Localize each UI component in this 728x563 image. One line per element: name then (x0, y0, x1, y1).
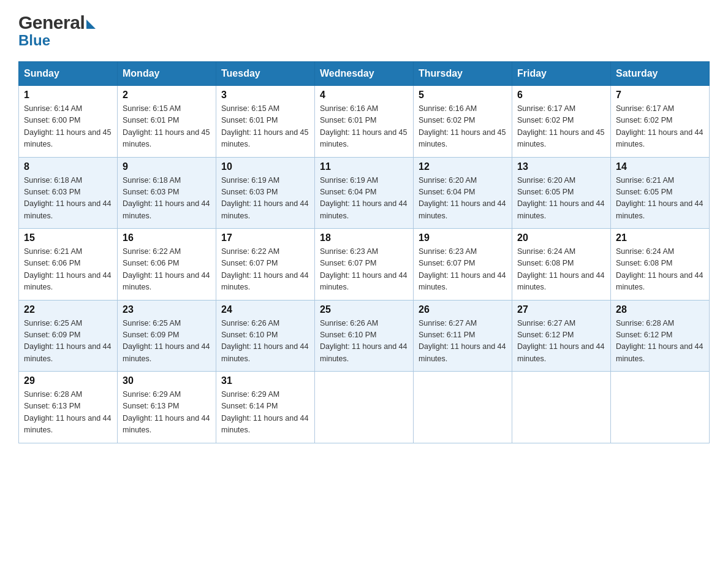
logo-general-text: General (18, 12, 85, 33)
calendar-cell: 18Sunrise: 6:23 AMSunset: 6:07 PMDayligh… (315, 229, 414, 301)
day-number: 29 (24, 375, 112, 386)
day-number: 15 (24, 232, 112, 243)
calendar-cell: 2Sunrise: 6:15 AMSunset: 6:01 PMDaylight… (118, 86, 216, 158)
calendar-cell: 23Sunrise: 6:25 AMSunset: 6:09 PMDayligh… (118, 300, 216, 372)
day-number: 30 (123, 375, 211, 386)
day-number: 7 (616, 90, 704, 101)
calendar-cell: 30Sunrise: 6:29 AMSunset: 6:13 PMDayligh… (118, 372, 216, 443)
day-number: 27 (517, 304, 605, 315)
logo-line1: General (18, 12, 96, 33)
day-number: 28 (616, 304, 704, 315)
day-info: Sunrise: 6:21 AMSunset: 6:05 PMDaylight:… (616, 175, 704, 223)
logo: General Blue (18, 12, 96, 49)
calendar-cell: 16Sunrise: 6:22 AMSunset: 6:06 PMDayligh… (118, 229, 216, 301)
day-number: 10 (221, 161, 309, 172)
calendar-cell: 10Sunrise: 6:19 AMSunset: 6:03 PMDayligh… (216, 157, 315, 229)
day-number: 2 (123, 90, 211, 101)
day-number: 22 (24, 304, 112, 315)
calendar-week-row: 8Sunrise: 6:18 AMSunset: 6:03 PMDaylight… (19, 157, 710, 229)
calendar-cell: 9Sunrise: 6:18 AMSunset: 6:03 PMDaylight… (118, 157, 216, 229)
day-number: 3 (221, 90, 309, 101)
day-info: Sunrise: 6:28 AMSunset: 6:13 PMDaylight:… (24, 389, 112, 437)
day-number: 20 (517, 232, 605, 243)
day-number: 25 (320, 304, 408, 315)
day-info: Sunrise: 6:20 AMSunset: 6:05 PMDaylight:… (517, 175, 605, 223)
calendar-cell: 28Sunrise: 6:28 AMSunset: 6:12 PMDayligh… (611, 300, 710, 372)
day-info: Sunrise: 6:24 AMSunset: 6:08 PMDaylight:… (517, 246, 605, 294)
col-header-thursday: Thursday (414, 62, 512, 86)
calendar-cell: 17Sunrise: 6:22 AMSunset: 6:07 PMDayligh… (216, 229, 315, 301)
calendar-cell: 5Sunrise: 6:16 AMSunset: 6:02 PMDaylight… (414, 86, 512, 158)
day-info: Sunrise: 6:23 AMSunset: 6:07 PMDaylight:… (419, 246, 507, 294)
day-number: 5 (419, 90, 507, 101)
logo-triangle-icon (86, 20, 96, 29)
day-number: 4 (320, 90, 408, 101)
col-header-sunday: Sunday (19, 62, 118, 86)
day-info: Sunrise: 6:19 AMSunset: 6:04 PMDaylight:… (320, 175, 408, 223)
calendar-cell: 21Sunrise: 6:24 AMSunset: 6:08 PMDayligh… (611, 229, 710, 301)
calendar-cell: 11Sunrise: 6:19 AMSunset: 6:04 PMDayligh… (315, 157, 414, 229)
day-number: 8 (24, 161, 112, 172)
calendar-cell (414, 372, 512, 443)
col-header-friday: Friday (512, 62, 611, 86)
calendar-table: SundayMondayTuesdayWednesdayThursdayFrid… (18, 61, 710, 443)
calendar-week-row: 1Sunrise: 6:14 AMSunset: 6:00 PMDaylight… (19, 86, 710, 158)
day-number: 11 (320, 161, 408, 172)
day-info: Sunrise: 6:18 AMSunset: 6:03 PMDaylight:… (24, 175, 112, 223)
calendar-week-row: 29Sunrise: 6:28 AMSunset: 6:13 PMDayligh… (19, 372, 710, 443)
day-info: Sunrise: 6:20 AMSunset: 6:04 PMDaylight:… (419, 175, 507, 223)
calendar-cell: 27Sunrise: 6:27 AMSunset: 6:12 PMDayligh… (512, 300, 611, 372)
col-header-wednesday: Wednesday (315, 62, 414, 86)
day-number: 16 (123, 232, 211, 243)
day-info: Sunrise: 6:24 AMSunset: 6:08 PMDaylight:… (616, 246, 704, 294)
day-info: Sunrise: 6:29 AMSunset: 6:14 PMDaylight:… (221, 389, 309, 437)
day-number: 26 (419, 304, 507, 315)
day-number: 23 (123, 304, 211, 315)
calendar-cell: 4Sunrise: 6:16 AMSunset: 6:01 PMDaylight… (315, 86, 414, 158)
calendar-cell: 3Sunrise: 6:15 AMSunset: 6:01 PMDaylight… (216, 86, 315, 158)
calendar-cell: 15Sunrise: 6:21 AMSunset: 6:06 PMDayligh… (19, 229, 118, 301)
day-number: 6 (517, 90, 605, 101)
day-info: Sunrise: 6:16 AMSunset: 6:02 PMDaylight:… (419, 103, 507, 151)
col-header-monday: Monday (118, 62, 216, 86)
calendar-week-row: 22Sunrise: 6:25 AMSunset: 6:09 PMDayligh… (19, 300, 710, 372)
calendar-cell: 6Sunrise: 6:17 AMSunset: 6:02 PMDaylight… (512, 86, 611, 158)
day-info: Sunrise: 6:25 AMSunset: 6:09 PMDaylight:… (24, 318, 112, 366)
day-number: 14 (616, 161, 704, 172)
day-info: Sunrise: 6:19 AMSunset: 6:03 PMDaylight:… (221, 175, 309, 223)
calendar-cell: 31Sunrise: 6:29 AMSunset: 6:14 PMDayligh… (216, 372, 315, 443)
day-info: Sunrise: 6:17 AMSunset: 6:02 PMDaylight:… (517, 103, 605, 151)
day-number: 19 (419, 232, 507, 243)
calendar-cell: 19Sunrise: 6:23 AMSunset: 6:07 PMDayligh… (414, 229, 512, 301)
day-info: Sunrise: 6:25 AMSunset: 6:09 PMDaylight:… (123, 318, 211, 366)
day-number: 21 (616, 232, 704, 243)
calendar-cell: 25Sunrise: 6:26 AMSunset: 6:10 PMDayligh… (315, 300, 414, 372)
day-number: 1 (24, 90, 112, 101)
calendar-cell: 8Sunrise: 6:18 AMSunset: 6:03 PMDaylight… (19, 157, 118, 229)
col-header-tuesday: Tuesday (216, 62, 315, 86)
day-info: Sunrise: 6:27 AMSunset: 6:11 PMDaylight:… (419, 318, 507, 366)
day-info: Sunrise: 6:18 AMSunset: 6:03 PMDaylight:… (123, 175, 211, 223)
day-info: Sunrise: 6:23 AMSunset: 6:07 PMDaylight:… (320, 246, 408, 294)
day-info: Sunrise: 6:15 AMSunset: 6:01 PMDaylight:… (123, 103, 211, 151)
calendar-cell: 12Sunrise: 6:20 AMSunset: 6:04 PMDayligh… (414, 157, 512, 229)
calendar-week-row: 15Sunrise: 6:21 AMSunset: 6:06 PMDayligh… (19, 229, 710, 301)
col-header-saturday: Saturday (611, 62, 710, 86)
calendar-cell: 13Sunrise: 6:20 AMSunset: 6:05 PMDayligh… (512, 157, 611, 229)
calendar-header-row: SundayMondayTuesdayWednesdayThursdayFrid… (19, 62, 710, 86)
calendar-cell: 24Sunrise: 6:26 AMSunset: 6:10 PMDayligh… (216, 300, 315, 372)
day-info: Sunrise: 6:26 AMSunset: 6:10 PMDaylight:… (320, 318, 408, 366)
calendar-cell (512, 372, 611, 443)
day-number: 17 (221, 232, 309, 243)
day-number: 18 (320, 232, 408, 243)
day-info: Sunrise: 6:27 AMSunset: 6:12 PMDaylight:… (517, 318, 605, 366)
day-info: Sunrise: 6:22 AMSunset: 6:07 PMDaylight:… (221, 246, 309, 294)
day-info: Sunrise: 6:28 AMSunset: 6:12 PMDaylight:… (616, 318, 704, 366)
calendar-cell: 14Sunrise: 6:21 AMSunset: 6:05 PMDayligh… (611, 157, 710, 229)
page-header: General Blue (18, 12, 710, 49)
day-info: Sunrise: 6:17 AMSunset: 6:02 PMDaylight:… (616, 103, 704, 151)
calendar-cell: 29Sunrise: 6:28 AMSunset: 6:13 PMDayligh… (19, 372, 118, 443)
day-number: 31 (221, 375, 309, 386)
day-info: Sunrise: 6:21 AMSunset: 6:06 PMDaylight:… (24, 246, 112, 294)
day-info: Sunrise: 6:26 AMSunset: 6:10 PMDaylight:… (221, 318, 309, 366)
